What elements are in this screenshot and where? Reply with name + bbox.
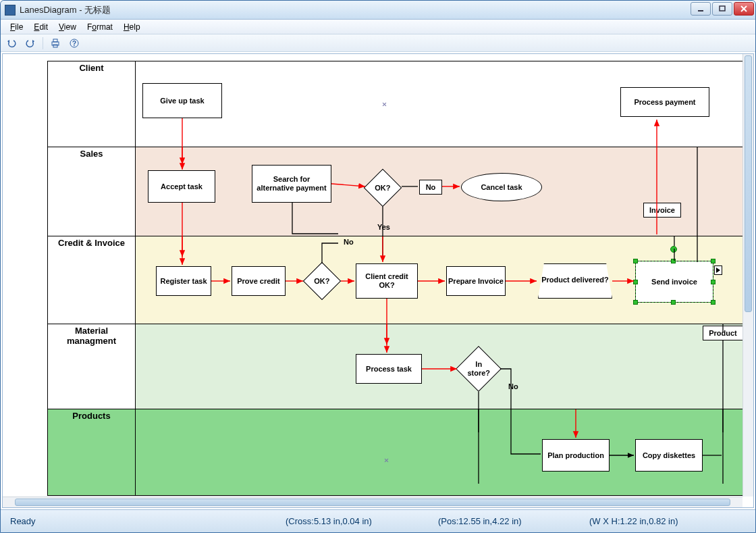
selection-handle[interactable] (711, 300, 716, 305)
help-button[interactable]: ? (68, 36, 81, 50)
node-register-task[interactable]: Register task (156, 266, 211, 296)
window-titlebar: LanesDiagram - 无标题 (1, 1, 755, 20)
close-button[interactable] (734, 2, 754, 16)
minimize-button[interactable] (691, 2, 711, 16)
lane-header-material[interactable]: Material managment (48, 324, 136, 409)
node-process-payment[interactable]: Process payment (620, 87, 709, 117)
node-cancel-task[interactable]: Cancel task (461, 173, 542, 201)
status-ready: Ready (2, 516, 44, 526)
horizontal-scrollbar[interactable] (3, 497, 742, 507)
edge-label-product[interactable]: Product (703, 326, 742, 340)
node-search-alt-payment[interactable]: Search for alternative payment (252, 165, 331, 203)
node-ok-credit[interactable]: OK? (303, 262, 342, 301)
maximize-button[interactable] (712, 2, 732, 16)
toolbar-separator (43, 37, 43, 49)
menu-help[interactable]: Help (118, 21, 146, 33)
status-bar: Ready (Cross:5.13 in,0.04 in) (Pos:12.55… (1, 509, 755, 532)
canvas-area[interactable]: Client Give up task Process payment (2, 53, 754, 508)
scrollbar-thumb[interactable] (15, 499, 730, 506)
print-button[interactable] (49, 36, 62, 50)
node-prepare-invoice[interactable]: Prepare Invoice (446, 266, 506, 296)
edge-label-no-sales[interactable]: No (419, 180, 442, 195)
menu-file[interactable]: File (5, 21, 28, 33)
port-out-icon[interactable] (714, 265, 722, 275)
window-title: LanesDiagram - 无标题 (20, 4, 111, 16)
alignment-marker (382, 102, 387, 107)
selection-handle[interactable] (633, 259, 638, 263)
node-in-store[interactable]: In store? (456, 346, 502, 392)
selection-handle[interactable] (633, 300, 638, 305)
edge-label-invoice[interactable]: Invoice (643, 203, 681, 218)
connection-point-icon[interactable] (670, 246, 677, 253)
svg-rect-1 (720, 6, 725, 11)
node-product-delivered[interactable]: Product delivered? (538, 263, 612, 299)
node-process-task[interactable]: Process task (356, 354, 422, 384)
lane-header-sales[interactable]: Sales (48, 147, 136, 236)
menubar: File Edit View Format Help (1, 20, 755, 34)
lane-header-client[interactable]: Client (48, 61, 136, 147)
status-cross: (Cross:5.13 in,0.04 in) (277, 516, 380, 526)
selection-handle[interactable] (671, 259, 676, 263)
alignment-marker (384, 458, 389, 463)
node-give-up-task[interactable]: Give up task (142, 83, 222, 118)
selection-handle[interactable] (711, 259, 716, 263)
node-send-invoice[interactable]: Send invoice (635, 261, 713, 303)
selection-handle[interactable] (711, 280, 716, 284)
svg-text:?: ? (72, 40, 76, 47)
toolbar: ? (1, 34, 755, 52)
swimlane-pool[interactable]: Client Give up task Process payment (47, 61, 742, 496)
status-pos: (Pos:12.55 in,4.22 in) (430, 516, 530, 526)
app-icon (5, 5, 16, 16)
svg-rect-5 (53, 39, 57, 42)
menu-edit[interactable]: Edit (28, 21, 53, 33)
undo-button[interactable] (5, 36, 18, 50)
menu-view[interactable]: View (53, 21, 82, 33)
svg-line-12 (331, 184, 365, 186)
selection-handle[interactable] (671, 300, 676, 305)
node-ok-sales[interactable]: OK? (364, 169, 402, 207)
lane-header-credit[interactable]: Credit & Invoice (48, 236, 136, 324)
node-copy-diskettes[interactable]: Copy diskettes (635, 439, 703, 472)
status-size: (W X H:1.22 in,0.82 in) (581, 516, 686, 526)
edge-label-no-store: No (508, 382, 518, 390)
redo-button[interactable] (24, 36, 37, 50)
scrollbar-thumb[interactable] (745, 55, 752, 312)
node-plan-production[interactable]: Plan production (542, 439, 610, 472)
lane-header-products[interactable]: Products (48, 409, 136, 495)
node-prove-credit[interactable]: Prove credit (232, 266, 286, 296)
node-client-credit-ok[interactable]: Client credit OK? (356, 263, 418, 299)
vertical-scrollbar[interactable] (742, 54, 753, 497)
menu-format[interactable]: Format (82, 21, 118, 33)
selection-handle[interactable] (633, 280, 638, 284)
edge-label-yes: Yes (377, 223, 390, 231)
edge-label-no-credit: No (344, 238, 354, 246)
node-accept-task[interactable]: Accept task (148, 170, 215, 203)
